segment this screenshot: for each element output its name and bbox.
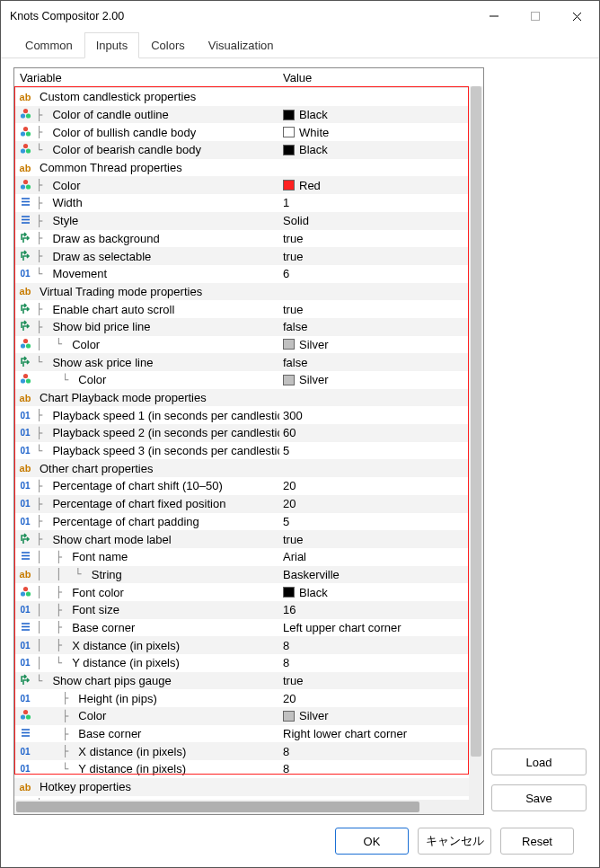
load-button[interactable]: Load xyxy=(491,748,587,775)
value-cell[interactable]: 5 xyxy=(279,515,483,528)
tab-common[interactable]: Common xyxy=(13,32,84,58)
tab-inputs[interactable]: Inputs xyxy=(84,32,139,58)
column-header-variable[interactable]: Variable xyxy=(14,71,279,84)
table-row[interactable]: abOther chart properties xyxy=(14,459,483,477)
reset-button[interactable]: Reset xyxy=(500,828,574,855)
value-cell[interactable]: true xyxy=(279,303,483,316)
table-row[interactable]: │ ├ Font nameArial xyxy=(14,548,483,566)
table-row[interactable]: ├ Draw as selectabletrue xyxy=(14,247,483,265)
tree-indent: ├ xyxy=(36,126,49,138)
table-row[interactable]: 01│ └ Y distance (in pixels)8 xyxy=(14,654,483,672)
scrollbar-thumb[interactable] xyxy=(471,86,481,757)
table-row[interactable]: ├ ColorRed xyxy=(14,176,483,194)
table-row[interactable]: │ └ ColorSilver xyxy=(14,336,483,354)
table-row[interactable]: ├ Color of bullish candle bodyWhite xyxy=(14,123,483,141)
table-row[interactable]: 01├ Percentage of chart padding5 xyxy=(14,513,483,531)
table-row[interactable]: ├ Color of candle outlineBlack xyxy=(14,106,483,124)
color-swatch xyxy=(283,127,295,137)
value-cell[interactable]: 300 xyxy=(279,409,483,422)
value-cell[interactable]: 60 xyxy=(279,426,483,439)
save-button[interactable]: Save xyxy=(491,784,587,811)
value-cell[interactable]: 20 xyxy=(279,692,483,705)
value-cell[interactable]: Black xyxy=(279,143,483,156)
value-cell[interactable]: Left upper chart corner xyxy=(279,621,483,634)
table-row[interactable]: 01│ ├ X distance (in pixels)8 xyxy=(14,636,483,654)
table-row[interactable]: 01└ Movement6 xyxy=(14,265,483,283)
value-cell[interactable]: 20 xyxy=(279,479,483,492)
table-row[interactable]: │ ├ Base cornerLeft upper chart corner xyxy=(14,619,483,637)
value-cell[interactable]: Black xyxy=(279,108,483,121)
table-row[interactable]: abVirtual Trading mode properties xyxy=(14,283,483,301)
table-row[interactable]: 01├ Percentage of chart shift (10–50)20 xyxy=(14,477,483,495)
value-cell[interactable]: Baskerville xyxy=(279,568,483,581)
table-row[interactable]: ab│ │ └ StringBaskerville xyxy=(14,566,483,584)
table-row[interactable]: 01 ├ Height (in pips)20 xyxy=(14,689,483,707)
value-cell[interactable]: Red xyxy=(279,179,483,192)
value-cell[interactable]: 8 xyxy=(279,656,483,669)
value-text: White xyxy=(299,126,329,139)
table-row[interactable]: └ Color of bearish candle bodyBlack xyxy=(14,141,483,159)
close-button[interactable] xyxy=(556,3,597,30)
table-row[interactable]: ├ ColorSilver xyxy=(14,707,483,725)
type-bool-icon xyxy=(18,533,32,546)
table-row[interactable]: ├ Draw as backgroundtrue xyxy=(14,230,483,248)
value-cell[interactable]: Silver xyxy=(279,338,483,351)
ok-button[interactable]: OK xyxy=(335,828,409,855)
value-cell[interactable]: 8 xyxy=(279,762,483,775)
value-cell[interactable]: 20 xyxy=(279,497,483,510)
value-cell[interactable]: true xyxy=(279,533,483,546)
value-cell[interactable]: false xyxy=(279,320,483,333)
table-row[interactable]: abCommon Thread properties xyxy=(14,159,483,177)
table-row[interactable]: ├ Base cornerRight lower chart corner xyxy=(14,725,483,743)
table-row[interactable]: abHotkey properties xyxy=(14,778,483,796)
type-string-icon: ab xyxy=(18,92,32,102)
value-cell[interactable]: Right lower chart corner xyxy=(279,727,483,740)
value-cell[interactable]: Black xyxy=(279,586,483,599)
tree-indent: ├ xyxy=(36,692,75,704)
minimize-button[interactable] xyxy=(473,3,515,30)
value-cell[interactable]: Solid xyxy=(279,214,483,227)
value-cell[interactable]: White xyxy=(279,126,483,139)
table-row[interactable]: ├ Width1 xyxy=(14,194,483,212)
value-cell[interactable]: true xyxy=(279,232,483,245)
value-cell[interactable]: true xyxy=(279,250,483,263)
value-cell[interactable]: 16 xyxy=(279,603,483,616)
table-row[interactable]: ├ Enable chart auto scrolltrue xyxy=(14,300,483,318)
table-row[interactable]: 01 ├ X distance (in pixels)8 xyxy=(14,742,483,760)
table-row[interactable]: 01└ Playback speed 3 (in seconds per can… xyxy=(14,442,483,460)
table-row[interactable]: └ ColorSilver xyxy=(14,371,483,389)
value-cell[interactable]: 1 xyxy=(279,196,483,209)
cancel-button[interactable]: キャンセル xyxy=(418,828,491,855)
value-cell[interactable]: false xyxy=(279,356,483,369)
table-row[interactable]: ├ Show chart mode labeltrue xyxy=(14,530,483,548)
table-row[interactable]: ├ StyleSolid xyxy=(14,212,483,230)
column-header-value[interactable]: Value xyxy=(279,71,483,84)
table-row[interactable]: 01├ Playback speed 1 (in seconds per can… xyxy=(14,406,483,424)
maximize-button[interactable] xyxy=(515,3,556,30)
table-row[interactable]: 01│ ├ Font size16 xyxy=(14,601,483,619)
table-row[interactable]: │ ├ Font colorBlack xyxy=(14,583,483,601)
tab-colors[interactable]: Colors xyxy=(139,32,197,58)
horizontal-scrollbar[interactable] xyxy=(14,800,483,814)
scrollbar-thumb[interactable] xyxy=(16,802,419,812)
value-cell[interactable]: Silver xyxy=(279,709,483,722)
table-row[interactable]: 01 └ Y distance (in pixels)8 xyxy=(14,760,483,778)
value-cell[interactable]: 8 xyxy=(279,639,483,652)
tab-visualization[interactable]: Visualization xyxy=(197,32,286,58)
value-cell[interactable]: 6 xyxy=(279,267,483,280)
value-cell[interactable]: true xyxy=(279,674,483,687)
value-cell[interactable]: Arial xyxy=(279,550,483,563)
variable-cell: │ ├ Font color xyxy=(14,586,279,599)
vertical-scrollbar[interactable] xyxy=(469,86,483,800)
color-swatch xyxy=(283,587,295,598)
table-row[interactable]: └ Show ask price linefalse xyxy=(14,353,483,371)
table-row[interactable]: abChart Playback mode properties xyxy=(14,389,483,407)
table-row[interactable]: ├ Show bid price linefalse xyxy=(14,318,483,336)
table-row[interactable]: abCustom candlestick properties xyxy=(14,88,483,106)
table-row[interactable]: 01├ Percentage of chart fixed position20 xyxy=(14,495,483,513)
value-cell[interactable]: 5 xyxy=(279,444,483,457)
value-cell[interactable]: 8 xyxy=(279,745,483,758)
table-row[interactable]: 01├ Playback speed 2 (in seconds per can… xyxy=(14,424,483,442)
value-cell[interactable]: Silver xyxy=(279,373,483,386)
table-row[interactable]: └ Show chart pips gaugetrue xyxy=(14,672,483,690)
